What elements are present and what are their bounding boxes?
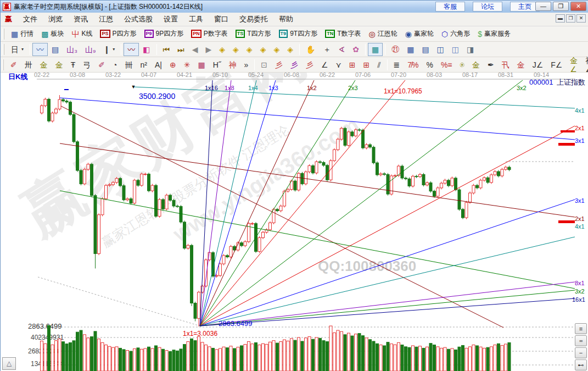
gold-red-button[interactable]: 金 [513,58,529,71]
zigzag-button[interactable]: ⋎ [332,58,345,71]
pattern-button[interactable]: ▦ [368,43,383,56]
menu-item-帮助[interactable]: 帮助 [273,13,299,25]
diamond-4-button[interactable]: ◈ [256,43,270,56]
more-button[interactable]: » [240,58,252,71]
p-square-button[interactable]: PSP四方形 [96,27,140,41]
kline-chart[interactable]: 赢家财富网赢家江恩软件 股票分析软件 江恩理论www.yingjia360.co… [1,73,588,371]
minimize-button[interactable]: — [535,2,551,11]
scale-button-3[interactable]: ≡ [575,323,587,334]
diamond-2-button[interactable]: ◈ [229,43,243,56]
save-web-button[interactable]: ◫ [448,43,463,56]
triangle-button[interactable]: △ [2,357,16,370]
gold-grid-2-button[interactable]: 金 [52,58,67,71]
menu-item-资讯[interactable]: 资讯 [68,13,93,25]
diamond-3-button[interactable]: ◈ [243,43,256,56]
diamond-6-button[interactable]: ◈ [283,43,297,56]
period-day-dropdown-icon[interactable]: ▾ [21,47,24,52]
flower-tool-button[interactable]: ✿ [349,43,363,56]
candle-style-button[interactable]: ❙▾ [100,43,119,56]
star-target-button[interactable]: ✳ [180,58,194,71]
parallel-lines-button[interactable]: ⫽ [373,58,384,71]
grid-red-1-button[interactable]: ⊞ [345,58,360,71]
fan-box-purple-button[interactable]: 彡 [287,58,302,71]
bars-9-button[interactable]: 山₉ [81,43,100,56]
menu-item-窗口[interactable]: 窗口 [209,13,234,25]
chart-area[interactable]: 赢家财富网赢家江恩软件 股票分析软件 江恩理论www.yingjia360.co… [1,73,588,371]
percent-lines-button[interactable]: %≡ [437,58,456,71]
rocket-pen-button[interactable]: ✐ [94,58,109,71]
last-page-button[interactable]: ⏭ [173,43,188,56]
levels-button[interactable]: ≣ [390,58,404,71]
period-day-button[interactable]: 日▾ [7,43,27,56]
winner-service-button[interactable]: $赢家服务 [474,27,514,41]
sectors-button[interactable]: ▩板块 [37,27,68,41]
next-button[interactable]: ▶ [202,43,216,56]
t-number-table-button[interactable]: TNT数字表 [321,27,365,41]
percent-red-button[interactable]: 7̸% [404,58,422,71]
j-angle-button[interactable]: J∠ [529,58,547,71]
gann-wheel-button[interactable]: ◎江恩轮 [365,27,401,41]
hand-button[interactable]: ✋ [302,43,319,56]
menu-item-浏览[interactable]: 浏览 [43,13,68,25]
t-square-button[interactable]: TST四方形 [232,27,275,41]
angle-measure-button[interactable]: ∢ [334,43,349,56]
fan-box-red-button[interactable]: 彡 [302,58,317,71]
mdi-close-button[interactable]: ✕ [576,14,586,23]
shen-angle-button[interactable]: 神∠ [581,58,588,71]
diamond-5-button[interactable]: ◈ [270,43,283,56]
prev-button[interactable]: ◀ [188,43,202,56]
scale-button-2[interactable]: ＝ [575,335,587,346]
report-button[interactable]: ▤ [48,43,63,56]
menu-item-设置[interactable]: 设置 [158,13,183,25]
menu-item-江恩[interactable]: 江恩 [93,13,119,25]
box-tool-button[interactable]: ⊡ [257,58,271,71]
9t-square-button[interactable]: T99T四方形 [275,27,322,41]
target-red-button[interactable]: ⊕ [166,58,180,71]
calculator-button[interactable]: ▦ [403,43,418,56]
shen-tool-button[interactable]: 神 [225,58,240,71]
9p-square-button[interactable]: P99P四方形 [141,27,188,41]
mdi-restore-button[interactable]: ❐ [566,14,575,23]
menu-item-交易委托[interactable]: 交易委托 [234,13,273,25]
calendar-button[interactable]: ㉑ [388,43,403,56]
first-page-button[interactable]: ⏮ [159,43,174,56]
kline-button[interactable]: ⼬K线 [68,27,96,41]
gold-circle-button[interactable]: ⍟ [456,58,468,71]
h-tool-button[interactable]: Н˝ [209,58,225,71]
slider-button[interactable]: ⊷ [575,359,587,370]
trend-chart-button[interactable]: 〰 [32,43,48,56]
grid-target-button[interactable]: ▦ [194,58,209,71]
gold-grid-1-button[interactable]: 金 [36,58,52,71]
clock-cycle-button[interactable]: ◔ [109,58,121,71]
titlebar-link-论坛[interactable]: 论坛 [473,2,502,12]
menu-item-文件[interactable]: 文件 [18,13,43,25]
text-tool-button[interactable]: A| [151,58,166,71]
diamond-1-button[interactable]: ◈ [215,43,229,56]
p-number-table-button[interactable]: PNP数字表 [187,27,232,41]
histogram-button[interactable]: ◧ [139,43,154,56]
mdi-minimize-button[interactable]: ▬ [556,14,565,23]
save-button[interactable]: ◫ [433,43,448,56]
quotes-button[interactable]: ▦行情 [7,27,37,41]
close-button[interactable]: ✕ [570,2,586,11]
menu-item-公式选股[interactable]: 公式选股 [119,13,158,25]
maximize-button[interactable]: ❐ [553,2,569,11]
notes-button[interactable]: ▤ [418,43,433,56]
wave-button[interactable]: 〰 [124,43,139,56]
f-tool-button[interactable]: Ŧ [67,58,80,71]
f-angle-button[interactable]: F∠ [547,58,566,71]
bow-tool-button[interactable]: 弓 [79,58,94,71]
grid-marks-button[interactable]: 卌 [121,58,137,71]
n-square-button[interactable]: n² [137,58,151,71]
pencil-button[interactable]: ✐ [7,58,21,71]
menu-item-工具[interactable]: 工具 [183,13,209,25]
gold-lines-button[interactable]: 金 [468,58,484,71]
percent-button[interactable]: % [422,58,436,71]
winner-wheel-button[interactable]: ◉赢家轮 [401,27,438,41]
bars-3-button[interactable]: 山₃ [63,43,81,56]
crosshair-button[interactable]: ＋ [319,43,334,56]
pen-flag-button[interactable]: ✒ [484,58,498,71]
angle-lines-button[interactable]: ∠ [317,58,332,71]
tick-marks-button[interactable]: 卅 [21,58,36,71]
fan-red-button[interactable]: 彡 [271,58,287,71]
